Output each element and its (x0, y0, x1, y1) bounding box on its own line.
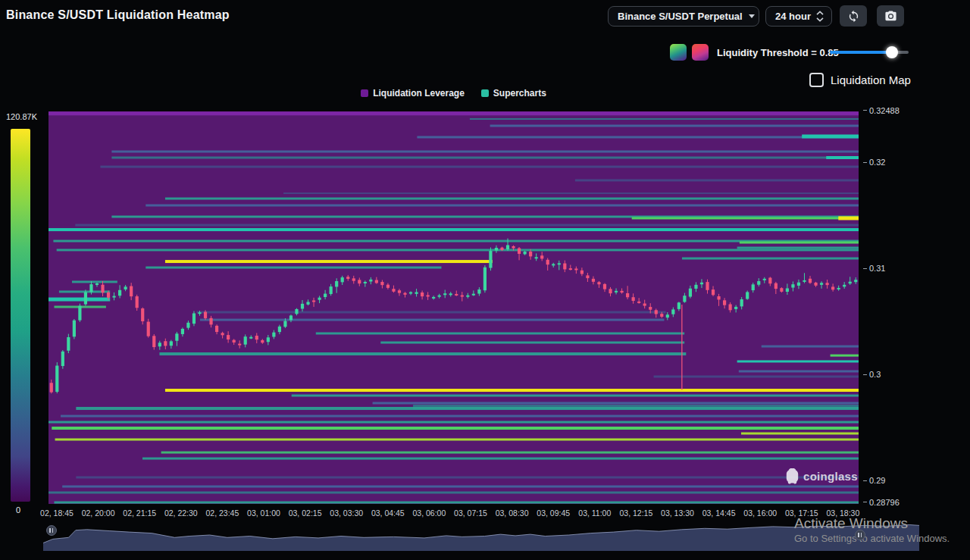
windows-activate-text: Activate Windows (794, 515, 908, 532)
time-tick: 02, 21:15 (123, 508, 156, 518)
time-tick: 03, 08:30 (496, 508, 529, 518)
legend-item-liquidation-leverage[interactable]: Liquidation Leverage (361, 88, 465, 99)
time-tick: 03, 03:30 (330, 508, 363, 518)
liquidation-map-label: Liquidation Map (831, 74, 911, 86)
price-tick: 0.32488 (863, 106, 900, 115)
legend-label: Supercharts (493, 88, 546, 99)
chart-legend: Liquidation Leverage Supercharts (48, 88, 859, 99)
legend-item-supercharts[interactable]: Supercharts (481, 88, 546, 99)
legend-swatch-teal (481, 89, 489, 97)
slider-thumb[interactable] (886, 46, 898, 58)
windows-settings-text: Go to Settings to activate Windows. (794, 533, 950, 544)
camera-icon (884, 10, 897, 23)
time-tick: 03, 13:30 (661, 508, 694, 518)
liquidation-map-checkbox[interactable] (809, 73, 824, 87)
time-tick: 03, 06:00 (412, 508, 446, 518)
price-tick: 0.28796 (863, 498, 900, 507)
legend-label: Liquidation Leverage (373, 88, 465, 99)
range-navigator[interactable] (43, 521, 919, 551)
chevron-down-icon (749, 14, 755, 18)
time-tick: 03, 07:15 (454, 508, 487, 518)
heatmap-colorscale-alt-swatch[interactable] (692, 44, 709, 61)
heatmap-colorscale-swatch[interactable] (670, 44, 687, 61)
refresh-icon (847, 10, 860, 23)
liquidity-threshold-slider[interactable] (830, 46, 909, 58)
pair-select-value: Binance S/USDT Perpetual (618, 11, 743, 22)
interval-select-value: 24 hour (775, 11, 811, 22)
watermark-text: coinglass (803, 470, 858, 483)
time-tick: 03, 14:45 (702, 508, 736, 518)
time-tick: 03, 11:00 (578, 508, 611, 518)
time-tick: 03, 01:00 (247, 508, 280, 518)
coinglass-watermark: coinglass (785, 468, 858, 484)
time-tick: 02, 18:45 (40, 508, 74, 518)
page-title: Binance S/USDT Liquidation Heatmap (6, 8, 230, 22)
spinner-arrows-icon (816, 11, 824, 22)
price-tick: 0.3 (863, 370, 881, 379)
time-tick: 03, 12:15 (619, 508, 652, 518)
price-tick: 0.32 (863, 158, 885, 167)
time-tick: 02, 23:45 (205, 508, 239, 518)
colorbar-gradient (11, 129, 30, 502)
liquidity-threshold-label: Liquidity Threshold = 0.85 (717, 47, 839, 58)
interval-select[interactable]: 24 hour (765, 6, 832, 27)
time-tick: 03, 16:00 (743, 508, 777, 518)
heatmap-chart (48, 111, 859, 504)
coinglass-logo-icon (785, 468, 799, 484)
navigator-right-handle[interactable] (855, 530, 865, 540)
legend-swatch-purple (361, 89, 368, 97)
time-tick: 02, 22:30 (164, 508, 198, 518)
time-tick: 02, 20:00 (82, 508, 115, 518)
time-tick: 03, 02:15 (289, 508, 322, 518)
pair-select[interactable]: Binance S/USDT Perpetual (608, 6, 759, 27)
price-tick: 0.29 (863, 476, 885, 485)
time-tick: 03, 09:45 (537, 508, 570, 518)
screenshot-button[interactable] (877, 5, 904, 27)
refresh-button[interactable] (840, 5, 867, 27)
colorbar-max-label: 120.87K (6, 112, 37, 121)
price-tick: 0.31 (863, 264, 885, 273)
heatmap-plot-area[interactable] (48, 111, 859, 504)
navigator-left-handle[interactable] (46, 525, 57, 536)
slider-fill (830, 51, 890, 54)
time-tick: 03, 04:45 (371, 508, 405, 518)
colorbar-min-label: 0 (16, 505, 20, 515)
